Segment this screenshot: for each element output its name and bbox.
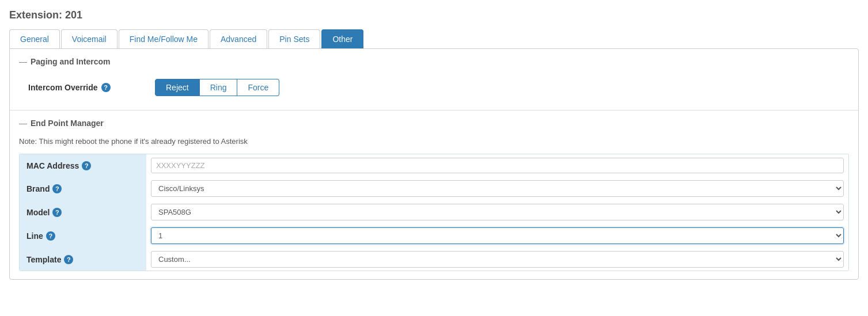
endpoint-section-header: — End Point Manager (19, 119, 849, 128)
tab-bar: General Voicemail Find Me/Follow Me Adva… (9, 29, 859, 48)
mac-address-label: MAC Address ? (20, 154, 146, 177)
template-label: Template ? (20, 248, 146, 271)
endpoint-section-title: End Point Manager (31, 119, 104, 128)
line-row: Line ? 1 2 3 4 (20, 224, 848, 248)
model-row: Model ? SPA508G SPA509G SPA512G SPA514G (20, 200, 848, 224)
intercom-reject-button[interactable]: Reject (155, 79, 200, 96)
line-select[interactable]: 1 2 3 4 (151, 227, 844, 244)
main-panel: — Paging and Intercom Intercom Override … (9, 48, 859, 280)
template-control: Custom... Default Template A Template B (146, 248, 848, 271)
brand-help-icon[interactable]: ? (52, 184, 62, 193)
mac-address-row: MAC Address ? (20, 154, 848, 177)
intercom-override-label: Intercom Override ? (28, 83, 155, 92)
endpoint-note: Note: This might reboot the phone if it'… (19, 135, 849, 148)
model-control: SPA508G SPA509G SPA512G SPA514G (146, 200, 848, 224)
tab-general[interactable]: General (9, 29, 60, 48)
mac-address-control (146, 154, 848, 177)
intercom-override-help-icon[interactable]: ? (101, 83, 111, 92)
endpoint-form: MAC Address ? Brand ? Cisco/Lin (19, 154, 849, 271)
tab-other[interactable]: Other (321, 29, 363, 48)
tab-voicemail[interactable]: Voicemail (61, 29, 117, 48)
brand-select[interactable]: Cisco/Linksys Polycom Yealink Grandstrea… (151, 180, 844, 197)
brand-label: Brand ? (20, 177, 146, 200)
tab-advanced[interactable]: Advanced (210, 29, 267, 48)
mac-address-help-icon[interactable]: ? (82, 161, 91, 170)
line-help-icon[interactable]: ? (46, 231, 55, 241)
intercom-ring-button[interactable]: Ring (200, 79, 238, 96)
template-select[interactable]: Custom... Default Template A Template B (151, 251, 844, 268)
paging-section-title: Paging and Intercom (31, 57, 110, 66)
intercom-override-row: Intercom Override ? Reject Ring Force (19, 73, 849, 102)
page-title: Extension: 201 (9, 9, 859, 21)
paging-section-header: — Paging and Intercom (19, 57, 849, 66)
intercom-force-button[interactable]: Force (237, 79, 279, 96)
tab-find-me-follow-me[interactable]: Find Me/Follow Me (119, 29, 209, 48)
brand-row: Brand ? Cisco/Linksys Polycom Yealink Gr… (20, 177, 848, 201)
template-help-icon[interactable]: ? (64, 255, 73, 264)
model-select[interactable]: SPA508G SPA509G SPA512G SPA514G (151, 204, 844, 220)
model-label: Model ? (20, 200, 146, 224)
brand-control: Cisco/Linksys Polycom Yealink Grandstrea… (146, 177, 848, 200)
mac-address-input[interactable] (151, 158, 844, 173)
model-help-icon[interactable]: ? (52, 208, 62, 217)
paging-section: — Paging and Intercom Intercom Override … (10, 49, 858, 110)
line-label: Line ? (20, 224, 146, 248)
line-control: 1 2 3 4 (146, 224, 848, 248)
endpoint-section: — End Point Manager Note: This might reb… (10, 111, 858, 279)
template-row: Template ? Custom... Default Template A … (20, 248, 848, 271)
tab-pin-sets[interactable]: Pin Sets (268, 29, 320, 48)
intercom-override-btn-group: Reject Ring Force (155, 79, 279, 96)
